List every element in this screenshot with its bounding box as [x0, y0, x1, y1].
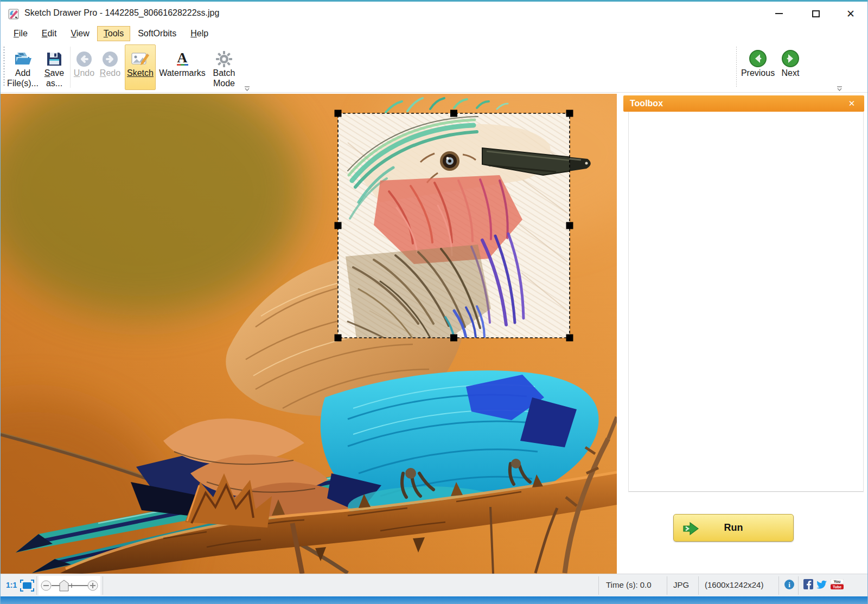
svg-text:Tube: Tube	[833, 585, 841, 589]
close-icon: ✕	[846, 8, 855, 20]
run-arrow-icon	[682, 522, 700, 536]
status-format: JPG	[673, 580, 689, 589]
next-button[interactable]: Next	[777, 44, 803, 90]
toolbar-overflow-icon[interactable]	[244, 86, 251, 91]
redo-button[interactable]: Redo	[98, 44, 122, 90]
selection-handle-nw[interactable]	[335, 110, 342, 117]
menu-edit[interactable]: Edit	[35, 26, 63, 41]
window-bottom-border	[1, 596, 867, 604]
menu-file[interactable]: File	[7, 26, 34, 41]
toolbar-grip	[3, 47, 5, 87]
svg-text:A: A	[177, 50, 188, 66]
menu-softorbits[interactable]: SoftOrbits	[131, 26, 183, 41]
toolbox-panel: Toolbox ✕ Style Realistic	[619, 93, 868, 574]
selection-handle-sw[interactable]	[335, 335, 342, 342]
toolbox-close-icon: ✕	[848, 99, 856, 108]
status-time: Time (s): 0.0	[606, 580, 652, 589]
zoom-actual-button[interactable]: 1:1	[6, 581, 17, 589]
toolbar: AddFile(s)... Saveas...	[1, 42, 867, 93]
minimize-icon	[775, 13, 783, 14]
undo-button[interactable]: Undo	[72, 44, 96, 90]
menu-tools[interactable]: Tools	[97, 26, 130, 41]
menu-view[interactable]: View	[64, 26, 95, 41]
sketch-button[interactable]: Sketch	[125, 44, 156, 90]
app-logo-icon	[8, 8, 20, 20]
menu-help[interactable]: Help	[184, 26, 215, 41]
run-button[interactable]: Run	[673, 514, 794, 542]
batch-mode-gear-icon	[215, 46, 233, 68]
sketch-icon	[131, 46, 150, 68]
toolbox-divider	[629, 491, 863, 492]
maximize-button[interactable]	[803, 5, 828, 22]
redo-icon	[101, 46, 119, 68]
facebook-icon[interactable]	[803, 579, 813, 589]
maximize-icon	[812, 10, 820, 17]
zoom-slider[interactable]	[39, 576, 100, 595]
previous-icon	[749, 46, 767, 68]
bird-photo	[1, 94, 617, 574]
save-as-button[interactable]: Saveas...	[41, 44, 68, 90]
toolbox-content-frame	[628, 112, 864, 492]
toolbox-close-button[interactable]: ✕	[845, 95, 859, 112]
selection-handle-ne[interactable]	[566, 110, 573, 117]
selection-handle-s[interactable]	[450, 335, 457, 342]
selection-handle-n[interactable]	[450, 110, 457, 117]
add-files-button[interactable]: AddFile(s)...	[6, 44, 40, 90]
batch-mode-button[interactable]: BatchMode	[209, 44, 239, 90]
svg-text:i: i	[788, 581, 790, 589]
main-area: Toolbox ✕ Style Realistic	[1, 93, 867, 574]
selection-handle-w[interactable]	[335, 222, 342, 229]
watermarks-button[interactable]: A Watermarks	[157, 44, 208, 90]
twitter-icon[interactable]	[816, 580, 827, 589]
save-icon	[46, 46, 62, 68]
add-files-icon	[13, 46, 33, 68]
previous-button[interactable]: Previous	[741, 44, 775, 90]
fit-to-screen-icon[interactable]	[20, 580, 34, 592]
toolbar-separator	[70, 47, 71, 88]
zoom-thumb	[60, 580, 68, 591]
status-bar: 1:1 Time (s): 0.0 JPG (1600x1242x2	[1, 574, 867, 596]
status-dimensions: (1600x1242x24)	[705, 580, 763, 589]
selection-handle-se[interactable]	[566, 335, 573, 342]
selection-handle-e[interactable]	[566, 222, 573, 229]
toolbar-overflow-right-icon[interactable]	[836, 86, 843, 91]
toolbar-separator-right	[736, 47, 737, 88]
watermarks-icon: A	[174, 46, 190, 68]
info-icon[interactable]: i	[784, 579, 795, 590]
image-canvas[interactable]	[1, 94, 617, 574]
next-icon	[781, 46, 800, 68]
app-window: Sketch Drawer Pro - 1442285_80661628222s…	[0, 0, 868, 604]
menu-bar: File Edit View Tools SoftOrbits Help	[1, 24, 867, 42]
sketch-preview	[338, 113, 591, 339]
svg-text:You: You	[834, 580, 841, 583]
youtube-icon[interactable]: You Tube	[831, 579, 844, 589]
undo-icon	[75, 46, 93, 68]
title-bar: Sketch Drawer Pro - 1442285_80661628222s…	[1, 0, 867, 24]
window-title: Sketch Drawer Pro - 1442285_80661628222s…	[24, 8, 219, 18]
toolbox-header: Toolbox ✕	[623, 95, 864, 112]
close-button[interactable]: ✕	[838, 5, 863, 22]
minimize-button[interactable]	[767, 5, 792, 22]
